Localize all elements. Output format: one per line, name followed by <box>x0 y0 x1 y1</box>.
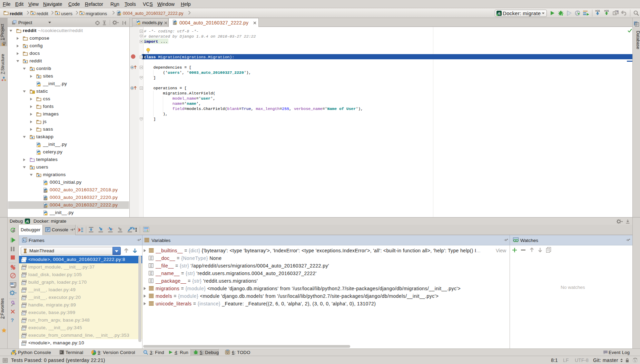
svg-text:VCS: VCS <box>604 10 609 12</box>
svg-text:01: 01 <box>150 281 152 283</box>
svg-text:VCS: VCS <box>595 10 600 12</box>
svg-text:01: 01 <box>150 273 152 275</box>
svg-text:01: 01 <box>150 258 152 260</box>
svg-text:01: 01 <box>150 265 152 267</box>
